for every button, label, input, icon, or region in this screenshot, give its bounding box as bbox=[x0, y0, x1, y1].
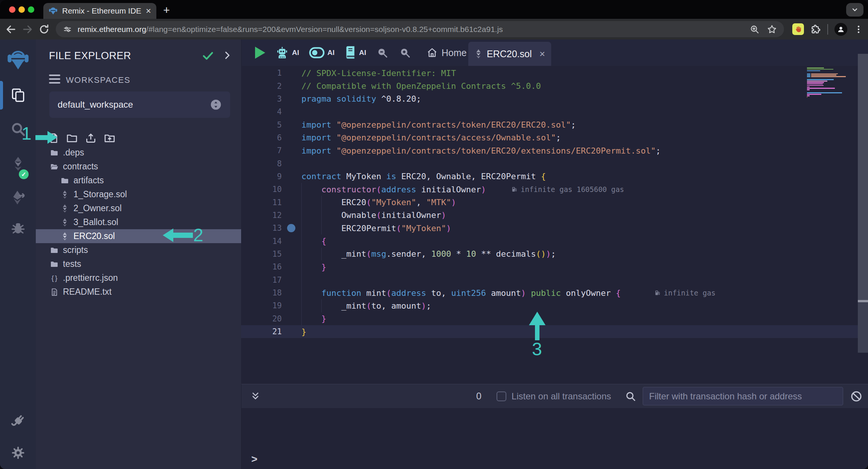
line-number: 19 bbox=[241, 301, 282, 310]
ai-docs-button[interactable]: AI bbox=[344, 46, 366, 59]
extensions-puzzle-icon[interactable] bbox=[810, 24, 821, 35]
profile-avatar[interactable] bbox=[834, 23, 847, 36]
code-editor[interactable]: 1// SPDX-License-Identifier: MIT2// Comp… bbox=[241, 66, 868, 384]
chrome-menu-icon[interactable] bbox=[854, 24, 863, 34]
code-line-1[interactable]: 1// SPDX-License-Identifier: MIT bbox=[241, 67, 858, 79]
maximize-window-button[interactable] bbox=[28, 6, 34, 13]
tree-item-tests[interactable]: tests bbox=[36, 257, 241, 271]
terminal-output[interactable]: > bbox=[241, 408, 868, 469]
page-scrollbar[interactable] bbox=[858, 54, 868, 353]
line-number: 15 bbox=[241, 250, 282, 259]
deploy-run-icon[interactable] bbox=[0, 189, 36, 206]
terminal-search-icon[interactable] bbox=[625, 390, 637, 402]
clear-console-icon[interactable] bbox=[850, 390, 863, 403]
upload-file-icon[interactable] bbox=[84, 132, 97, 144]
run-script-button[interactable] bbox=[255, 47, 265, 59]
listen-checkbox[interactable] bbox=[497, 391, 506, 401]
ai-toggle-button[interactable]: AI bbox=[309, 46, 335, 59]
workspace-dropdown-icon[interactable] bbox=[210, 99, 222, 111]
close-tab-icon[interactable]: × bbox=[146, 6, 151, 16]
code-line-3[interactable]: 3pragma solidity ^0.8.20; bbox=[241, 93, 858, 105]
zoom-page-icon[interactable] bbox=[749, 24, 760, 35]
remix-logo[interactable] bbox=[0, 49, 36, 71]
reload-icon[interactable] bbox=[38, 24, 50, 35]
code-text: import "@openzeppelin/contracts/access/O… bbox=[301, 133, 561, 142]
chrome-toolbar: remix.ethereum.org/#lang=en&optimize=fal… bbox=[0, 19, 868, 40]
tree-item-scripts[interactable]: scripts bbox=[36, 243, 241, 257]
hand-extension-icon[interactable] bbox=[792, 23, 804, 35]
tab-home[interactable]: Home bbox=[426, 47, 467, 58]
transaction-filter-input[interactable] bbox=[643, 387, 843, 405]
expand-terminal-icon[interactable] bbox=[251, 391, 260, 402]
code-line-16[interactable]: 16 } bbox=[241, 260, 858, 273]
code-line-5[interactable]: 5import "@openzeppelin/contracts/token/E… bbox=[241, 118, 858, 131]
code-line-6[interactable]: 6import "@openzeppelin/contracts/access/… bbox=[241, 131, 858, 144]
code-line-12[interactable]: 12 Ownable(initialOwner) bbox=[241, 209, 858, 222]
code-line-18[interactable]: 18 function mint(address to, uint256 amo… bbox=[241, 286, 858, 299]
solidity-compiler-icon[interactable] bbox=[0, 155, 36, 172]
line-number: 17 bbox=[241, 276, 282, 285]
settings-icon[interactable] bbox=[0, 445, 36, 460]
home-label: Home bbox=[442, 47, 467, 58]
workspaces-menu-icon[interactable] bbox=[49, 75, 60, 84]
code-line-15[interactable]: 15 _mint(msg.sender, 1000 * 10 ** decima… bbox=[241, 248, 858, 260]
minimap[interactable] bbox=[807, 67, 846, 98]
tree-item-label: .deps bbox=[63, 148, 84, 158]
back-icon[interactable] bbox=[5, 24, 17, 35]
code-line-8[interactable]: 8 bbox=[241, 157, 858, 170]
code-line-14[interactable]: 14 { bbox=[241, 234, 858, 247]
tree-item-artifacts[interactable]: artifacts bbox=[36, 174, 241, 187]
chevron-right-icon[interactable] bbox=[222, 50, 232, 61]
code-line-4[interactable]: 4 bbox=[241, 105, 858, 118]
accept-check-icon[interactable] bbox=[202, 49, 214, 62]
code-line-10[interactable]: 10 constructor(address initialOwner)infi… bbox=[241, 183, 858, 196]
close-window-button[interactable] bbox=[9, 6, 15, 13]
new-tab-button[interactable]: + bbox=[160, 4, 173, 17]
zoom-in-icon[interactable] bbox=[399, 46, 411, 59]
code-line-19[interactable]: 19 _mint(to, amount); bbox=[241, 299, 858, 312]
tab-erc20-sol[interactable]: ERC20.sol × bbox=[468, 42, 551, 66]
workspace-select[interactable]: default_workspace bbox=[49, 91, 230, 118]
tree-item--deps[interactable]: .deps bbox=[36, 146, 241, 160]
tree-item-1-storage-sol[interactable]: 1_Storage.sol bbox=[36, 187, 241, 201]
site-settings-icon[interactable] bbox=[63, 24, 72, 34]
code-lines: 1// SPDX-License-Identifier: MIT2// Comp… bbox=[241, 67, 858, 338]
plugin-manager-icon[interactable] bbox=[0, 412, 36, 430]
forward-icon[interactable] bbox=[22, 24, 33, 35]
tab-search-button[interactable] bbox=[846, 3, 863, 17]
code-line-21[interactable]: 21} bbox=[241, 325, 858, 338]
breakpoint-dot[interactable] bbox=[287, 224, 295, 232]
file-explorer-icon[interactable] bbox=[0, 87, 36, 104]
browser-tab[interactable]: Remix - Ethereum IDE × bbox=[43, 3, 156, 19]
code-line-7[interactable]: 7import "@openzeppelin/contracts/token/E… bbox=[241, 144, 858, 157]
close-file-tab-icon[interactable]: × bbox=[539, 48, 545, 60]
ai-assistant-button[interactable]: AI bbox=[275, 46, 299, 60]
code-line-20[interactable]: 20 } bbox=[241, 312, 858, 325]
zoom-out-icon[interactable] bbox=[376, 46, 389, 59]
code-line-13[interactable]: 13 ERC20Permit("MyToken") bbox=[241, 222, 858, 234]
code-line-9[interactable]: 9contract MyToken is ERC20, Ownable, ERC… bbox=[241, 170, 858, 183]
bookmark-star-icon[interactable] bbox=[767, 24, 777, 35]
code-line-11[interactable]: 11 ERC20("MyToken", "MTK") bbox=[241, 196, 858, 209]
line-number: 5 bbox=[241, 120, 282, 129]
tree-item-3-ballot-sol[interactable]: 3_Ballot.sol bbox=[36, 215, 241, 229]
code-line-2[interactable]: 2// Compatible with OpenZeppelin Contrac… bbox=[241, 79, 858, 92]
tree-item-label: tests bbox=[63, 259, 81, 269]
listen-label[interactable]: Listen on all transactions bbox=[512, 391, 611, 402]
tree-item-readme-txt[interactable]: README.txt bbox=[36, 285, 241, 299]
address-bar[interactable]: remix.ethereum.org/#lang=en&optimize=fal… bbox=[56, 21, 784, 37]
code-text: constructor(address initialOwner) bbox=[301, 185, 486, 194]
tree-item--prettierrc-json[interactable]: { }.prettierrc.json bbox=[36, 271, 241, 285]
tree-item-contracts[interactable]: contracts bbox=[36, 160, 241, 174]
debugger-icon[interactable] bbox=[0, 219, 36, 236]
terminal-prompt: > bbox=[251, 453, 257, 465]
upload-folder-icon[interactable] bbox=[103, 132, 116, 144]
browser-window: Remix - Ethereum IDE × + remix.ethereum.… bbox=[0, 0, 868, 469]
minimize-window-button[interactable] bbox=[18, 6, 25, 13]
tree-item-2-owner-sol[interactable]: 2_Owner.sol bbox=[36, 201, 241, 215]
code-text: } bbox=[301, 314, 326, 323]
line-number: 14 bbox=[241, 237, 282, 246]
tree-item-erc20-sol[interactable]: ERC20.sol bbox=[36, 229, 241, 243]
new-folder-icon[interactable] bbox=[66, 132, 78, 144]
code-line-17[interactable]: 17 bbox=[241, 274, 858, 286]
